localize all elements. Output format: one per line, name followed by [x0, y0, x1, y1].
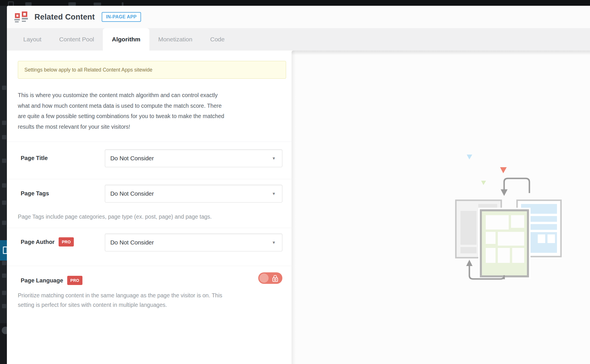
sidebar-menu-item-fragment[interactable] [2, 201, 6, 205]
chevron-down-icon: ▼ [272, 240, 276, 245]
sidebar-footer [0, 323, 7, 364]
topbar-icon-fragment[interactable] [122, 2, 124, 6]
sidebar-menu-item-fragment[interactable] [2, 261, 6, 265]
toggle-knob [259, 274, 269, 283]
admin-sidebar [0, 6, 7, 364]
page-language-locked-toggle[interactable] [258, 272, 282, 284]
page-tags-help-text: Page Tags include page categories, page … [18, 212, 212, 222]
section-divider [7, 179, 292, 179]
algorithm-intro-text: This is where you customize the content … [18, 90, 291, 132]
tab-layout[interactable]: Layout [14, 28, 50, 51]
page-author-select-value: Do Not Consider [110, 239, 154, 246]
page-tags-label: Page Tags [21, 190, 49, 197]
sidebar-menu-item-fragment[interactable] [2, 121, 6, 125]
related-content-app-panel: Related Content IN-PAGE APP Layout Conte… [7, 6, 590, 364]
chevron-down-icon: ▼ [272, 156, 276, 161]
sidebar-active-menu-item[interactable] [0, 240, 7, 261]
pro-badge: PRO [67, 276, 82, 285]
page-author-label: Page Author [21, 239, 55, 245]
panel-shadow [292, 51, 296, 364]
sidebar-active-menu-icon [3, 246, 7, 254]
related-content-preview-illustration [451, 149, 572, 284]
page-author-label-group: Page Author PRO [21, 237, 74, 246]
section-divider [7, 142, 292, 142]
chevron-down-icon: ▼ [272, 191, 276, 196]
topbar-home-icon[interactable] [25, 2, 32, 6]
page-title-label: Page Title [21, 155, 48, 161]
pro-badge: PRO [59, 237, 74, 246]
in-page-app-badge: IN-PAGE APP [102, 12, 141, 22]
decor-triangles [467, 155, 507, 185]
page-tags-select[interactable]: Do Not Consider ▼ [105, 185, 282, 203]
admin-top-bar [0, 0, 590, 6]
app-header: Related Content IN-PAGE APP [7, 6, 590, 28]
section-divider [7, 228, 292, 228]
arrow-top [501, 178, 529, 196]
sidebar-menu-item-fragment[interactable] [2, 304, 6, 308]
panel-shadow [292, 51, 590, 55]
tab-content-pool[interactable]: Content Pool [50, 28, 103, 51]
screen: Related Content IN-PAGE APP Layout Conte… [0, 0, 590, 364]
sidebar-menu-item-fragment[interactable] [2, 183, 6, 188]
sidebar-menu-item-fragment[interactable] [2, 86, 6, 90]
section-divider [7, 266, 292, 266]
preview-panel [292, 51, 590, 364]
lock-icon [272, 274, 279, 283]
page-title-select-value: Do Not Consider [110, 155, 154, 162]
page-language-label: Page Language [21, 277, 63, 284]
sidebar-menu-item-fragment[interactable] [2, 159, 6, 163]
tab-content: Settings below apply to all Related Cont… [7, 51, 590, 364]
algorithm-settings-form: Settings below apply to all Related Cont… [7, 51, 292, 364]
topbar-icon-fragment[interactable] [94, 3, 101, 5]
page-language-label-group: Page Language PRO [21, 276, 82, 285]
tab-algorithm[interactable]: Algorithm [103, 28, 149, 51]
page-wireframe-center [478, 208, 531, 279]
page-title-select[interactable]: Do Not Consider ▼ [105, 149, 282, 167]
sidebar-menu-item-fragment[interactable] [2, 291, 6, 295]
sidebar-menu-item-fragment[interactable] [2, 274, 6, 278]
related-content-grid-icon [14, 11, 28, 23]
page-tags-select-value: Do Not Consider [110, 190, 154, 197]
page-author-select[interactable]: Do Not Consider ▼ [105, 234, 282, 251]
tab-code[interactable]: Code [201, 28, 234, 51]
page-language-help-text: Prioritize matching content in the same … [18, 291, 291, 310]
sidebar-footer-icon[interactable] [2, 327, 7, 334]
tab-bar: Layout Content Pool Algorithm Monetizati… [7, 28, 590, 51]
sidebar-menu-item-fragment[interactable] [2, 135, 6, 139]
sitewide-settings-notice: Settings below apply to all Related Cont… [18, 61, 286, 79]
tab-monetization[interactable]: Monetization [149, 28, 201, 51]
sidebar-menu-item-fragment[interactable] [2, 221, 6, 225]
page-title: Related Content [34, 13, 95, 22]
topbar-comments-icon[interactable] [68, 2, 76, 6]
